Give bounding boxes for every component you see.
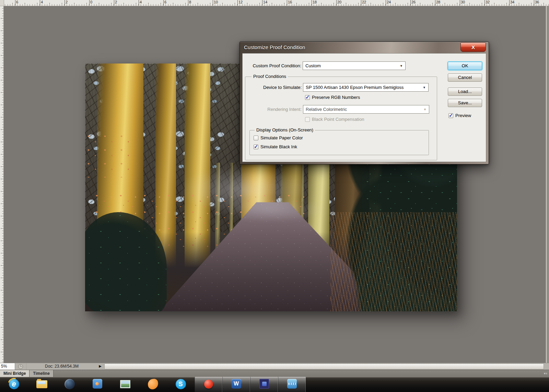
ruler-tick-label: 12 <box>237 0 243 5</box>
ruler-tick-label: 6 <box>163 0 166 5</box>
close-icon[interactable]: X <box>460 43 486 52</box>
cancel-button[interactable]: Cancel <box>448 73 482 82</box>
device-to-simulate-value: SP 1500 Artisan 1430 Epson Premium Semig… <box>306 85 404 90</box>
ruler-tick-label: 8 <box>188 0 191 5</box>
preserve-rgb-checkbox-row[interactable]: Preserve RGB Numbers <box>305 95 360 100</box>
bottom-panel-tabs: Mini Bridge Timeline ▾≡ <box>0 370 549 377</box>
ruler-tick-label: 32 <box>484 0 490 5</box>
screen-recorder-icon <box>204 380 213 389</box>
page-preview-icon <box>18 364 23 369</box>
taskbar-button[interactable]: e <box>0 377 28 392</box>
simulate-black-ink-row[interactable]: Simulate Black Ink <box>254 144 297 149</box>
status-icon-cell <box>15 363 26 370</box>
ruler-tick-label: 18 <box>312 0 317 5</box>
ruler-tick-label: 16 <box>287 0 292 5</box>
black-point-label: Black Point Compensation <box>312 117 364 122</box>
ruler-tick-label: 2 <box>114 0 117 5</box>
preview-checkbox-row[interactable]: Preview <box>448 113 471 118</box>
taskbar-button[interactable] <box>250 377 278 392</box>
premiere-app-icon <box>259 379 269 389</box>
display-options-group: Display Options (On-Screen) Simulate Pap… <box>249 130 429 155</box>
status-menu-arrow-icon[interactable]: ▶ <box>97 363 103 370</box>
custom-proof-condition-value: Custom <box>305 63 321 68</box>
display-options-group-label: Display Options (On-Screen) <box>255 127 315 133</box>
simulate-black-ink-checkbox[interactable] <box>254 145 258 149</box>
ruler-tick-label: 36 <box>534 0 539 5</box>
blue-window-app-icon <box>93 379 102 389</box>
taskbar-button[interactable]: W <box>222 377 250 392</box>
zoom-level-field[interactable]: 5% <box>0 363 15 370</box>
ruler-tick-label: 28 <box>435 0 440 5</box>
tab-mini-bridge[interactable]: Mini Bridge <box>0 370 30 377</box>
taskbar-button[interactable] <box>56 377 83 392</box>
horizontal-ruler[interactable]: 642024681012141618202224262830323436 <box>0 0 549 6</box>
ruler-tick-label: 2 <box>65 0 68 5</box>
chevron-down-icon: ▼ <box>423 86 426 89</box>
media-player-globe-icon <box>65 379 75 389</box>
taskbar-button[interactable] <box>278 377 306 392</box>
load-button[interactable]: Load... <box>448 88 482 96</box>
ruler-tick-label: 20 <box>336 0 341 5</box>
taskbar-button[interactable] <box>83 377 111 392</box>
ruler-tick-label: 34 <box>509 0 514 5</box>
black-point-checkbox <box>305 117 310 122</box>
panel-menu-icon[interactable]: ▾≡ <box>542 370 549 377</box>
ruler-tick-label: 10 <box>213 0 218 5</box>
taskbar-button[interactable]: S <box>167 377 195 392</box>
black-point-checkbox-row: Black Point Compensation <box>305 117 364 122</box>
preview-label: Preview <box>455 113 471 118</box>
rendering-intent-value: Relative Colorimetric <box>306 107 347 112</box>
windows-taskbar: eSW <box>0 377 549 392</box>
device-to-simulate-select[interactable]: SP 1500 Artisan 1430 Epson Premium Semig… <box>303 83 429 92</box>
skype-icon: S <box>176 379 186 389</box>
custom-proof-condition-label: Custom Proof Condition: <box>243 61 301 70</box>
ruler-tick-label: 24 <box>386 0 391 5</box>
doc-size-readout: Doc: 23.6M/54.3M <box>26 363 97 370</box>
chevron-down-icon: ▼ <box>400 64 403 68</box>
save-button[interactable]: Save... <box>448 99 482 107</box>
dialog-title-bar[interactable]: Customize Proof Condition X <box>242 42 486 53</box>
taskbar-button[interactable] <box>195 377 222 392</box>
rendering-intent-label: Rendering Intent: <box>245 105 302 114</box>
taskbar-button[interactable] <box>28 377 56 392</box>
simulate-black-ink-label: Simulate Black Ink <box>260 144 297 149</box>
taskbar-button[interactable] <box>111 377 139 392</box>
vertical-ruler[interactable] <box>0 6 4 363</box>
ruler-tick-label: 22 <box>361 0 366 5</box>
ruler-tick-label: 4 <box>139 0 142 5</box>
dialog-body: Custom Proof Condition: Custom ▼ OK Canc… <box>242 53 486 162</box>
tab-timeline[interactable]: Timeline <box>30 370 53 377</box>
panel-edge-strip <box>546 6 549 363</box>
ruler-tick-label: 14 <box>262 0 267 5</box>
device-to-simulate-label: Device to Simulate: <box>245 83 302 92</box>
dialog-title: Customize Proof Condition <box>244 44 305 50</box>
ruler-tick-label: 30 <box>460 0 465 5</box>
internet-explorer-icon: e <box>9 379 19 389</box>
preserve-rgb-checkbox[interactable] <box>305 95 310 100</box>
simulate-paper-color-label: Simulate Paper Color <box>260 135 303 140</box>
taskbar-button[interactable] <box>139 377 167 392</box>
simulate-paper-color-checkbox[interactable] <box>254 136 258 140</box>
word-icon: W <box>232 379 241 389</box>
ok-button[interactable]: OK <box>448 62 482 70</box>
chevron-down-icon: ▼ <box>423 108 427 111</box>
preview-checkbox[interactable] <box>448 113 453 118</box>
movie-maker-icon <box>287 379 297 389</box>
status-bar: 5% Doc: 23.6M/54.3M ▶ <box>0 363 549 370</box>
taskbar-icons: eSW <box>0 377 549 392</box>
rendering-intent-select[interactable]: Relative Colorimetric ▼ <box>303 105 429 114</box>
photo-viewer-icon <box>120 380 130 388</box>
orange-pet-app-icon <box>147 378 159 390</box>
custom-proof-condition-select[interactable]: Custom ▼ <box>303 61 406 70</box>
tabs-spacer <box>54 370 542 377</box>
customize-proof-condition-dialog: Customize Proof Condition X Custom Proof… <box>240 42 489 164</box>
folder-explorer-icon <box>36 380 47 388</box>
proof-conditions-group: Proof Conditions Device to Simulate: SP … <box>245 77 437 160</box>
scrollbar-cap <box>545 363 549 370</box>
ruler-tick-label: 6 <box>15 0 18 5</box>
simulate-paper-color-row[interactable]: Simulate Paper Color <box>254 135 303 140</box>
horizontal-scrollbar[interactable] <box>104 364 544 369</box>
ruler-tick-label: 4 <box>40 0 43 5</box>
preserve-rgb-label: Preserve RGB Numbers <box>312 95 360 100</box>
proof-conditions-group-label: Proof Conditions <box>252 74 288 79</box>
